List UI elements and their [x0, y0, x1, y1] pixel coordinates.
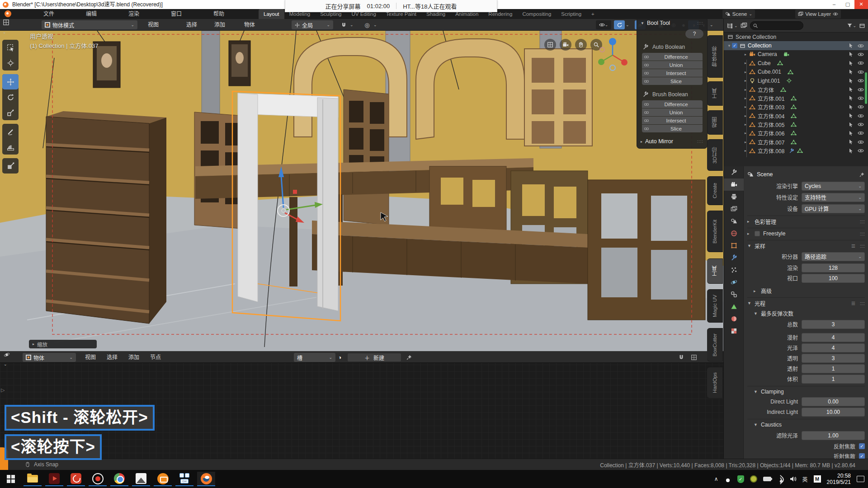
- outliner-row-mesh[interactable]: ▸ 立方体: [724, 85, 868, 94]
- tab-view-layer-icon[interactable]: [724, 203, 744, 215]
- 3d-viewport[interactable]: ⌄ 物体模式 ⌄ 视图 选择 添加 物体 全局 ⌄ ⌄ ◎ ⌄ ⌄ ⌄: [0, 19, 723, 351]
- direct-light-field[interactable]: 0.00: [802, 397, 865, 406]
- eye-icon[interactable]: [858, 87, 864, 92]
- outliner-filter-button[interactable]: ⌄: [847, 23, 856, 28]
- select-arrow-icon[interactable]: [848, 104, 854, 110]
- select-box-tool[interactable]: [2, 40, 19, 55]
- tab-scripting[interactable]: Scripting: [556, 9, 586, 19]
- axis-navigation-gizmo[interactable]: [596, 36, 629, 77]
- taskbar-file-explorer[interactable]: [24, 472, 42, 486]
- refractive-caustics-checkbox[interactable]: ✓: [859, 453, 865, 459]
- freestyle-section[interactable]: ▸ Freestyle ::::: [747, 228, 865, 238]
- taskbar-video-player[interactable]: [45, 472, 63, 486]
- qq-icon[interactable]: [724, 475, 731, 483]
- outliner-row-mesh[interactable]: ▸ 立方体.007: [724, 138, 868, 146]
- tab-constraints-icon[interactable]: [724, 288, 744, 300]
- sidebar-tab-boxcutter[interactable]: BoxCutter: [707, 328, 723, 361]
- material-preview-icon[interactable]: ◑: [338, 352, 341, 363]
- proportional-edit-toggle[interactable]: ◎: [362, 20, 373, 29]
- transform-orientation-dropdown[interactable]: 全局 ⌄: [292, 20, 333, 29]
- samples-render-field[interactable]: 128: [802, 263, 865, 272]
- bool-tool-header[interactable]: ▼ Bool Tool ::::: [637, 18, 707, 28]
- tab-render-icon[interactable]: [724, 178, 744, 191]
- material-slot-dropdown[interactable]: 槽 ⌄: [294, 353, 335, 362]
- tab-texture-icon[interactable]: [724, 325, 744, 337]
- editor-type-button[interactable]: ⌄: [4, 352, 10, 363]
- node-options-icon[interactable]: [691, 354, 697, 361]
- auto-intersect-button[interactable]: Intersect: [642, 69, 703, 77]
- tab-output-icon[interactable]: [724, 191, 744, 203]
- brush-union-button[interactable]: Union: [642, 108, 703, 116]
- sidebar-tab-tool-active[interactable]: 工具: [707, 258, 723, 284]
- outliner-row-mesh[interactable]: ▸ 立方体.004: [724, 112, 868, 120]
- light-paths-section[interactable]: ▼光程 ☰::::: [747, 297, 865, 308]
- tab-particles-icon[interactable]: [724, 264, 744, 276]
- collapse-all-icon[interactable]: [859, 23, 865, 29]
- close-button[interactable]: ✕: [854, 0, 868, 9]
- outliner-row-mesh[interactable]: ▸ 立方体.003: [724, 103, 868, 111]
- annotate-tool[interactable]: [2, 124, 19, 139]
- reflective-caustics-checkbox[interactable]: ✓: [859, 443, 865, 449]
- brush-intersect-button[interactable]: Intersect: [642, 117, 703, 124]
- proportional-options-chevron[interactable]: ⌄: [373, 19, 377, 31]
- menu-help[interactable]: 帮助: [208, 9, 230, 19]
- color-management-section[interactable]: ▸色彩管理 ::::: [747, 216, 865, 226]
- sidebar-tab-3dprint[interactable]: 3D打印: [707, 139, 723, 171]
- notification-center-icon[interactable]: [857, 476, 864, 482]
- auto-slice-button[interactable]: Slice: [642, 77, 703, 85]
- select-arrow-icon[interactable]: [848, 95, 854, 101]
- select-arrow-icon[interactable]: [848, 87, 854, 92]
- feature-set-dropdown[interactable]: 支持特性⌄: [802, 193, 865, 202]
- sidebar-tab-item[interactable]: 物体名称: [707, 35, 723, 78]
- eye-icon[interactable]: [858, 122, 864, 127]
- menu-window[interactable]: 窗口: [165, 9, 187, 19]
- minimize-button[interactable]: –: [827, 0, 841, 9]
- viewport-scene[interactable]: [0, 31, 723, 351]
- accelerator-icon[interactable]: [750, 475, 757, 483]
- maximize-button[interactable]: ▢: [841, 0, 854, 9]
- menu-edit[interactable]: 编辑: [80, 9, 102, 19]
- show-gizmo-toggle[interactable]: [614, 20, 625, 29]
- add-menu[interactable]: 添加: [214, 19, 225, 31]
- outliner-row-mesh[interactable]: ▸ 立方体.006: [724, 129, 868, 137]
- node-select-menu[interactable]: 选择: [107, 352, 118, 363]
- outliner-row-light[interactable]: ▸ Light.001: [724, 76, 868, 85]
- zoom-panel[interactable]: ▸ 缩放: [29, 340, 97, 348]
- select-arrow-icon[interactable]: [848, 148, 854, 154]
- tab-data-icon[interactable]: [724, 300, 744, 313]
- bounces-transmission-field[interactable]: 1: [802, 364, 865, 373]
- pan-hand-icon[interactable]: [575, 39, 587, 51]
- node-node-menu[interactable]: 节点: [150, 352, 161, 363]
- security-shield-icon[interactable]: ✓: [737, 475, 744, 483]
- gizmo-options-chevron[interactable]: ⌄: [626, 19, 629, 31]
- brush-slice-button[interactable]: Slice: [642, 125, 703, 132]
- sidebar-tab-view[interactable]: 视图: [707, 110, 723, 135]
- taskbar-screen-recorder[interactable]: [89, 472, 107, 486]
- eye-icon[interactable]: [858, 148, 864, 153]
- collection-checkbox[interactable]: ✓: [732, 43, 737, 48]
- bounces-transparency-field[interactable]: 3: [802, 354, 865, 363]
- eye-icon[interactable]: [858, 43, 864, 48]
- max-bounces-section[interactable]: ▼最多反弹次数: [747, 308, 865, 318]
- bounces-total-field[interactable]: 3: [802, 320, 865, 329]
- add-workspace-button[interactable]: +: [586, 9, 599, 19]
- blender-menu-icon[interactable]: [5, 10, 11, 17]
- brush-difference-button[interactable]: Difference: [642, 100, 703, 108]
- eye-icon[interactable]: [858, 96, 864, 101]
- select-arrow-icon[interactable]: [848, 139, 854, 145]
- filter-id-icon[interactable]: [741, 22, 747, 29]
- auto-union-button[interactable]: Union: [642, 61, 703, 69]
- auto-mirror-header[interactable]: ▸ Auto Mirror ::::: [637, 137, 707, 146]
- shader-type-dropdown[interactable]: 物体 ⌄: [23, 353, 76, 362]
- tab-material-icon[interactable]: [724, 313, 744, 325]
- render-engine-dropdown[interactable]: Cycles⌄: [802, 182, 865, 191]
- menu-file[interactable]: 文件: [38, 9, 60, 19]
- caustics-section[interactable]: ▼Caustics: [747, 419, 865, 429]
- samples-viewport-field[interactable]: 100: [802, 274, 865, 283]
- node-view-menu[interactable]: 视图: [85, 352, 96, 363]
- mode-dropdown[interactable]: 物体模式 ⌄: [42, 20, 137, 29]
- select-arrow-icon[interactable]: [848, 113, 854, 118]
- object-menu[interactable]: 物体: [244, 19, 255, 31]
- tab-compositing[interactable]: Compositing: [517, 9, 556, 19]
- start-button[interactable]: [2, 472, 20, 486]
